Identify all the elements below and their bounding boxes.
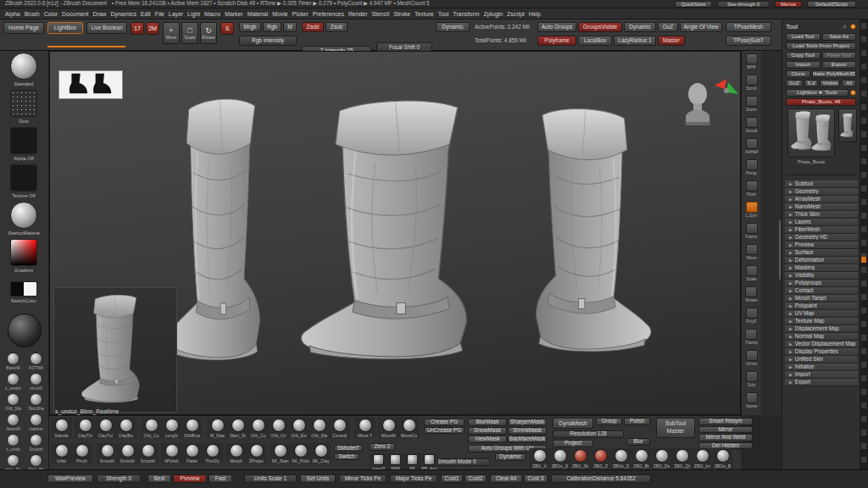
units-scale-slider[interactable]: Units Scale 1 xyxy=(244,474,297,483)
material-thumbnail[interactable]: Sculptri xyxy=(25,434,47,452)
tray-slot[interactable]: Alpha Off xyxy=(0,125,47,163)
clear-all-button[interactable]: Clear All xyxy=(490,474,522,483)
menu-item[interactable]: File xyxy=(155,11,164,17)
palette-dividers-strip[interactable] xyxy=(860,19,868,488)
palette-menu-icon[interactable] xyxy=(842,24,848,30)
shelf-toggle[interactable]: Rotate xyxy=(745,286,757,308)
custom-brush-thumbnail[interactable]: ZBG_Sk xyxy=(570,449,590,469)
tool-subpalette-header[interactable]: ▶ Subtool xyxy=(785,180,858,188)
brush-thumbnail[interactable]: M_Slas xyxy=(208,419,227,438)
tool-subpalette-header[interactable]: ▶ Vector Displacement Map xyxy=(785,341,858,348)
blur-slider[interactable]: Blur xyxy=(626,438,650,446)
menu-item[interactable]: Help xyxy=(529,11,541,17)
boot-sculpt-right[interactable] xyxy=(536,109,651,352)
boot-sculpt-center[interactable] xyxy=(301,101,466,359)
tool-subpalette-header[interactable]: ▶ FiberMesh xyxy=(785,226,858,234)
mask-button[interactable]: BlurMask xyxy=(468,419,507,426)
cust2-button[interactable]: Cust2 xyxy=(465,474,487,483)
brush-thumbnail[interactable]: Orb_Cri xyxy=(269,419,288,438)
quicksave-button[interactable]: QuickSave xyxy=(675,1,712,8)
tray-slot[interactable]: Standard xyxy=(0,51,47,88)
custom-brush-thumbnail[interactable]: ZBG_Ds xyxy=(652,449,671,469)
load-tools-from-project-button[interactable]: Load Tools From Project xyxy=(786,42,856,50)
clone-button[interactable]: Clone xyxy=(786,70,810,78)
live-boolean-button[interactable]: Live Boolean xyxy=(86,22,127,34)
rgb-intensity-slider[interactable]: Rgb Intensity xyxy=(239,36,297,46)
minor-ticks-slider[interactable]: Minor Ticks Pe xyxy=(339,474,387,483)
shelf-toggle[interactable]: Actual xyxy=(746,117,758,138)
tpose-mesh-button[interactable]: TPoseMesh xyxy=(726,22,771,32)
quicksave-flame-icon[interactable] xyxy=(850,90,856,96)
material-thumbnail[interactable]: FOTWb xyxy=(25,352,47,370)
tool-subpalette-header[interactable]: ▶ Display Properties xyxy=(785,348,858,356)
move-mode-tile[interactable]: + Move xyxy=(163,22,180,44)
shelf-toggle[interactable]: Scroll xyxy=(746,75,758,96)
wax-preview-button[interactable]: WaxPreview xyxy=(47,474,93,483)
shelf-toggle[interactable]: Zoom xyxy=(746,96,758,117)
brush-thumbnail[interactable]: Standa xyxy=(52,419,71,438)
all-button[interactable]: All xyxy=(842,80,856,87)
tray-slot[interactable]: SwitchColor xyxy=(0,274,47,312)
dynamesh-group-button[interactable]: Group xyxy=(596,418,622,425)
vertical-scrollbar[interactable] xyxy=(779,220,781,280)
rotate-mode-tile[interactable]: ↻ Rotate xyxy=(200,22,217,44)
crease-button[interactable]: UnCrease PG xyxy=(424,427,465,435)
shelf-toggle[interactable]: Transp xyxy=(745,329,758,350)
brush-thumbnail[interactable]: MoveCu xyxy=(399,419,419,438)
sculptris-pro-tile[interactable]: S xyxy=(220,22,234,35)
brush-thumbnail[interactable]: SK_Stan xyxy=(270,444,290,463)
smodelt-button[interactable]: SModelT xyxy=(334,445,363,452)
auto-groups-button[interactable]: Auto Groups xyxy=(537,22,576,32)
menu-item[interactable]: Draw xyxy=(93,11,107,17)
tool-subpalette-header[interactable]: ▶ Unified Skin xyxy=(785,356,858,363)
brush-thumbnail[interactable]: Curvedi xyxy=(330,419,349,438)
zero2-button[interactable]: Zero 2 xyxy=(370,443,395,451)
tool-subpalette-header[interactable]: ▶ Normal Map xyxy=(785,333,858,341)
goz-button[interactable]: GoZ xyxy=(658,22,678,32)
brush-thumbnail[interactable]: Longhi xyxy=(162,419,181,438)
shelf-toggle[interactable]: Persp xyxy=(746,159,758,180)
menu-item[interactable]: Picker xyxy=(292,11,309,17)
render-fast-button[interactable]: Fast xyxy=(209,474,232,483)
tool-subpalette-header[interactable]: ▶ Layers xyxy=(785,219,858,226)
groups-visible-button[interactable]: GroupsVisible xyxy=(578,22,622,32)
mirror-tools-button[interactable]: Mirror xyxy=(698,426,753,434)
menu-item[interactable]: Transform xyxy=(453,11,479,17)
tool-subpalette-header[interactable]: ▶ Visibility xyxy=(785,272,858,280)
tray-slot[interactable]: Gradient xyxy=(0,237,47,274)
mrgb-button[interactable]: Mrgb xyxy=(239,22,261,32)
visible-button[interactable]: Visible xyxy=(820,80,840,87)
brush-thumbnail[interactable]: SK_Clay xyxy=(311,444,331,463)
lightbox-tools-button[interactable]: Lightbox ► Tools xyxy=(786,89,849,97)
shelf-toggle[interactable]: PolyF xyxy=(746,308,758,329)
menu-item[interactable]: Zscript xyxy=(507,11,525,17)
load-tool-button[interactable]: Load Tool xyxy=(786,33,821,41)
crease-button[interactable]: Crease PG xyxy=(424,419,465,426)
brush-thumbnail[interactable]: Smooth xyxy=(138,444,158,463)
render-best-button[interactable]: Best xyxy=(147,474,171,483)
menu-item[interactable]: Edit xyxy=(141,11,151,17)
menus-toggle-button[interactable]: Menus xyxy=(775,1,802,8)
brush-thumbnail[interactable]: Orb_Exi xyxy=(289,419,309,438)
menu-item[interactable]: Macro xyxy=(204,11,220,17)
localbox-button[interactable]: LocalBox xyxy=(578,36,612,46)
menu-item[interactable]: Movie xyxy=(272,11,287,17)
mask-button[interactable]: BackfaceMask xyxy=(508,435,547,443)
menu-item[interactable]: Light xyxy=(187,11,200,17)
tool-subpalette-header[interactable]: ▶ Displacement Map xyxy=(785,325,858,333)
dynamesh-button[interactable]: DynaMesh xyxy=(553,418,593,429)
menu-item[interactable]: Marker xyxy=(225,11,242,17)
tool-subpalette-header[interactable]: ▶ Masking xyxy=(785,264,858,272)
menu-item[interactable]: Alpha xyxy=(5,11,20,17)
home-page-button[interactable]: Home Page xyxy=(3,22,44,34)
custom-brush-thumbnail[interactable]: ZBGs_S xyxy=(611,449,631,469)
tool-pool-thumbnail[interactable] xyxy=(838,108,857,142)
see-through-slider[interactable]: See-through 0 xyxy=(717,1,770,8)
tool-subpalette-header[interactable]: ▶ NanoMesh xyxy=(785,203,858,211)
mask-button[interactable]: SnowMask xyxy=(468,427,507,435)
brush-thumbnail[interactable]: Orb_Sla xyxy=(309,419,329,438)
shelf-toggle[interactable]: Frame xyxy=(746,223,758,244)
dynamic-draw-size-button[interactable]: Dynamic xyxy=(436,22,470,32)
shelf-toggle[interactable]: AAHalf xyxy=(745,138,758,159)
tray-slot[interactable]: StartupMateria xyxy=(0,200,47,237)
